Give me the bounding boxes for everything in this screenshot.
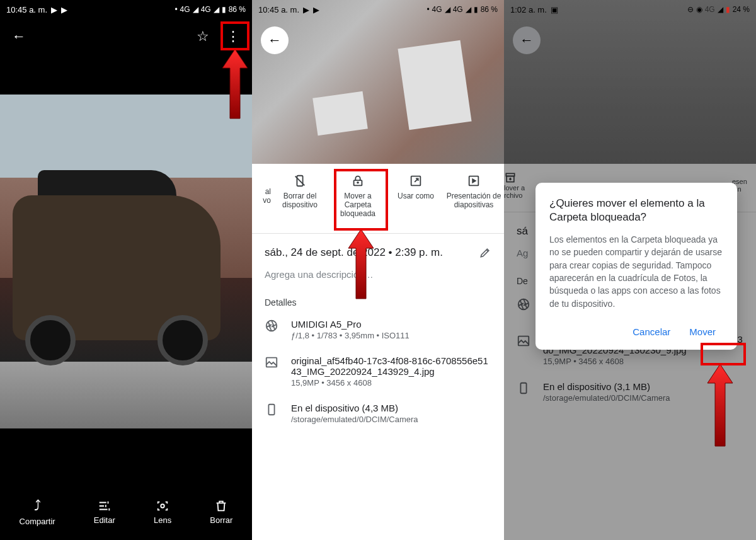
delete-label: Borrar: [210, 515, 232, 525]
slideshow-button[interactable]: Presentación de diapositivas: [445, 171, 503, 221]
phone-icon: [265, 403, 280, 416]
photo-bottom-bar: ⤴ Compartir Editar Lens Borrar: [0, 483, 252, 540]
move-confirm-button[interactable]: Mover: [682, 321, 723, 342]
signal-icon: ◢: [466, 5, 471, 14]
storage-path: /storage/emulated/0/DCIM/Camera: [291, 415, 491, 424]
camera-model: UMIDIGI A5_Pro: [291, 319, 491, 330]
status-network: 4G: [201, 5, 211, 14]
status-time: 10:45 a. m.: [258, 5, 299, 14]
favorite-button[interactable]: ☆: [190, 24, 215, 49]
battery-icon: ▮: [474, 5, 478, 14]
annotation-highlight-locked: [334, 169, 388, 231]
status-network: 4G: [453, 5, 463, 14]
svg-point-0: [161, 504, 164, 508]
arrow-left-icon: ←: [268, 32, 282, 49]
status-time: 1:02 a. m.: [510, 5, 547, 14]
action-label: Usar como: [398, 192, 434, 200]
edit-label: Editar: [94, 515, 115, 525]
photo-content[interactable]: [0, 95, 252, 428]
use-as-button[interactable]: Usar como: [387, 171, 445, 221]
divider: [252, 233, 504, 234]
screen-photo-options: 10:45 a. m. ▶ ▶ • 4G ◢ 4G ◢ ▮ 86 % ← al …: [252, 0, 504, 540]
camera-detail-row: UMIDIGI A5_Pro ƒ/1,8 • 1/783 • 3,95mm • …: [252, 311, 504, 348]
delete-from-device-button[interactable]: Borrar del dispositivo: [271, 171, 329, 221]
status-network: 4G: [180, 5, 190, 14]
arrow-left-icon: ←: [12, 28, 26, 45]
lens-label: Lens: [154, 515, 171, 525]
open-external-icon: [409, 174, 423, 188]
photo-top-bar: ← ☆ ⋮: [0, 19, 252, 54]
image-icon: [265, 355, 280, 369]
svg-marker-10: [348, 229, 374, 299]
back-button[interactable]: ←: [261, 26, 289, 54]
back-button[interactable]: ←: [6, 24, 32, 49]
battery-icon: ▮: [222, 5, 226, 14]
cancel-button[interactable]: Cancelar: [625, 321, 678, 342]
action-label: Borrar del dispositivo: [272, 192, 328, 209]
storage-detail-row: En el dispositivo (4,3 MB) /storage/emul…: [252, 395, 504, 432]
signal-icon: ◢: [445, 5, 450, 14]
annotation-arrow: [704, 364, 736, 452]
cancel-label: Cancelar: [633, 326, 670, 337]
svg-marker-1: [222, 49, 248, 118]
action-item-partial[interactable]: al vo: [252, 171, 271, 221]
share-icon: ⤴: [34, 498, 41, 514]
details-section-title: Detalles: [252, 289, 504, 311]
annotation-arrow: [345, 229, 377, 305]
status-bar: 10:45 a. m. ▶ ▶ • 4G ◢ 4G ◢ ▮ 86 %: [0, 0, 252, 19]
annotation-highlight-mover: [701, 343, 746, 365]
youtube-icon: ▶: [313, 5, 319, 14]
share-label: Compartir: [20, 517, 55, 526]
device-off-icon: [293, 174, 307, 188]
status-network: 4G: [705, 5, 715, 14]
file-name: original_af54fb40-17c3-4f08-816c-6708556…: [291, 355, 491, 377]
dnd-icon: ⊖: [687, 5, 694, 14]
aperture-icon: [265, 319, 280, 333]
status-bar: 10:45 a. m. ▶ ▶ • 4G ◢ 4G ◢ ▮ 86 %: [252, 0, 504, 19]
signal-icon: ◢: [193, 5, 198, 14]
delete-button[interactable]: Borrar: [210, 499, 232, 525]
screen-photo-view: 10:45 a. m. ▶ ▶ • 4G ◢ 4G ◢ ▮ 86 % ←: [0, 0, 252, 540]
slideshow-icon: [467, 174, 481, 188]
youtube-icon: ▶: [61, 5, 67, 14]
battery-icon: ▮: [726, 5, 730, 14]
status-battery: 86 %: [229, 5, 246, 14]
camera-meta: ƒ/1,8 • 1/783 • 3,95mm • ISO111: [291, 331, 491, 340]
edit-button[interactable]: Editar: [94, 499, 115, 525]
tune-icon: [98, 499, 112, 513]
file-meta: 15,9MP • 3456 x 4608: [291, 378, 491, 388]
svg-rect-9: [268, 405, 274, 415]
annotation-arrow: [219, 49, 251, 125]
lens-button[interactable]: Lens: [154, 499, 171, 525]
status-time: 10:45 a. m.: [6, 5, 47, 14]
photo-preview[interactable]: [252, 0, 504, 176]
status-battery: 86 %: [481, 5, 498, 14]
screen-move-dialog: ← lover a rchivo esen ión sá Ag: [504, 0, 756, 540]
star-outline-icon: ☆: [197, 28, 209, 45]
trash-icon: [214, 499, 228, 513]
svg-marker-16: [707, 364, 733, 446]
youtube-icon: ▶: [51, 5, 57, 14]
signal-icon: ◢: [718, 5, 723, 14]
dialog-body: Los elementos en la Carpeta bloqueada ya…: [549, 233, 723, 310]
photo-time: 2:39 p. m.: [395, 246, 443, 258]
photo-datetime-row: sáb., 24 de sept. de 2022 • 2:39 p. m.: [252, 239, 504, 267]
description-input[interactable]: Agrega una descripción…: [252, 267, 504, 289]
screenshot-icon: ▣: [551, 5, 558, 14]
annotation-highlight-more: [220, 21, 249, 50]
storage-title: En el dispositivo (4,3 MB): [291, 403, 491, 413]
action-label: Presentación de diapositivas: [446, 192, 501, 209]
signal-icon: ◢: [214, 5, 219, 14]
status-battery: 24 %: [733, 5, 750, 14]
file-detail-row: original_af54fb40-17c3-4f08-816c-6708556…: [252, 348, 504, 395]
wifi-icon: ◉: [696, 5, 702, 14]
pencil-icon: [479, 246, 491, 259]
confirm-move-dialog: ¿Quieres mover el elemento a la Carpeta …: [536, 183, 737, 350]
dialog-title: ¿Quieres mover el elemento a la Carpeta …: [549, 197, 723, 224]
lens-icon: [156, 499, 169, 513]
share-button[interactable]: ⤴ Compartir: [20, 498, 55, 526]
status-network: 4G: [432, 5, 442, 14]
youtube-icon: ▶: [303, 5, 309, 14]
edit-datetime-button[interactable]: [479, 246, 491, 259]
status-bar: 1:02 a. m. ▣ ⊖ ◉ 4G ◢ ▮ 24 %: [504, 0, 756, 19]
